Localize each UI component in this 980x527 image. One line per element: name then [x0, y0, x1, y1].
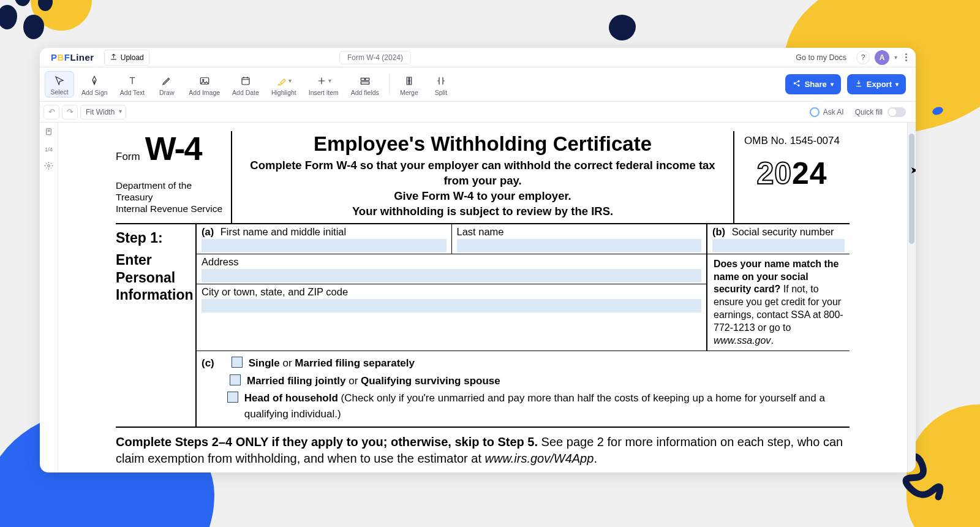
- tool-split[interactable]: Split: [426, 71, 456, 97]
- city-label: City or town, state, and ZIP code: [202, 286, 348, 297]
- bg-splotch-top-center: [606, 11, 641, 45]
- ask-ai-label: Ask AI: [823, 108, 844, 116]
- highlighter-icon: ▾: [276, 74, 292, 88]
- redo-button[interactable]: ↷: [62, 105, 78, 119]
- undo-button[interactable]: ↶: [43, 105, 59, 119]
- checkbox-single[interactable]: [232, 357, 243, 368]
- a-tag: (a): [202, 226, 214, 237]
- plus-icon: ▾: [316, 74, 331, 88]
- tool-draw[interactable]: Draw: [152, 71, 181, 97]
- tool-select[interactable]: Select: [45, 71, 74, 97]
- tool-add-fields[interactable]: Add fields: [346, 71, 384, 97]
- filing-status-block: (c) Single or Married filing separately …: [197, 351, 850, 426]
- more-menu-button[interactable]: [902, 51, 911, 64]
- dept-line-1: Department of the Treasury: [116, 180, 227, 203]
- mouse-cursor-icon: ➤: [910, 164, 916, 176]
- note-bold: Complete Steps 2–4 ONLY if they apply to…: [116, 435, 538, 449]
- share-button[interactable]: Share ▾: [785, 74, 841, 94]
- checkbox-head-household[interactable]: [227, 392, 238, 403]
- tool-merge[interactable]: Merge: [394, 71, 424, 97]
- svg-point-10: [48, 165, 50, 167]
- quick-fill-toggle[interactable]: [888, 107, 906, 117]
- editor-body: 1/4 Form W-4 Department of the Treasury …: [40, 123, 916, 472]
- app-logo: PBFLiner: [45, 52, 100, 63]
- tool-add-text[interactable]: Add Text: [115, 71, 150, 97]
- export-button[interactable]: Export ▾: [847, 74, 906, 94]
- filing-row-3: Head of household (Check only if you're …: [202, 390, 845, 423]
- note-link: www.irs.gov/W4App: [485, 452, 594, 465]
- tool-add-sign[interactable]: Add Sign: [77, 71, 113, 97]
- city-cell: City or town, state, and ZIP code: [197, 284, 706, 314]
- step1-row: Step 1: Enter Personal Information (a) F…: [116, 224, 850, 428]
- match-bold: Does your name match the name on your so…: [714, 259, 839, 295]
- form-code: W-4: [145, 134, 202, 164]
- step1-num: Step 1:: [116, 229, 192, 248]
- year-outline: 20: [756, 156, 792, 191]
- city-input[interactable]: [202, 299, 701, 313]
- toolbar-group-doc: Merge Split: [393, 67, 457, 101]
- vertical-scrollbar[interactable]: ➤: [907, 123, 916, 472]
- b-tag: (b): [712, 226, 725, 237]
- ssn-label: Social security number: [732, 226, 834, 237]
- header-right: OMB No. 1545-0074 2024: [733, 131, 850, 223]
- scroll-thumb[interactable]: [909, 134, 914, 244]
- avatar[interactable]: A: [875, 50, 889, 65]
- tool-highlight[interactable]: ▾ Highlight: [266, 71, 301, 97]
- viewbar-right: Ask AI Quick fill: [810, 107, 912, 117]
- steps-2-4-note: Complete Steps 2–4 ONLY if they apply to…: [116, 428, 850, 472]
- filing-1-text: Single or Married filing separately: [249, 355, 415, 371]
- viewbar: ↶ ↷ Fit Width Ask AI Quick fill: [40, 102, 916, 123]
- app-window: PBFLiner Upload Form W-4 (2024) Go to my…: [40, 48, 916, 472]
- svg-rect-5: [361, 82, 369, 84]
- form-header: Form W-4 Department of the Treasury Inte…: [116, 131, 850, 224]
- ask-ai-button[interactable]: Ask AI: [810, 107, 844, 117]
- page-thumb-icon[interactable]: [44, 127, 53, 138]
- split-icon: [435, 74, 447, 88]
- address-input[interactable]: [202, 269, 701, 282]
- tool-insert-item[interactable]: ▾ Insert item: [304, 71, 344, 97]
- toolbar-group-edit: Select Add Sign Add Text Draw Add Image …: [43, 67, 385, 101]
- toolbar-right: Share ▾ Export ▾: [785, 67, 912, 101]
- first-name-input[interactable]: [202, 239, 447, 252]
- share-label: Share: [805, 80, 827, 89]
- help-button[interactable]: ?: [856, 51, 870, 64]
- ssn-input[interactable]: [712, 239, 845, 252]
- avatar-menu-chevron-icon[interactable]: ▾: [894, 54, 897, 61]
- last-name-input[interactable]: [457, 239, 702, 252]
- first-name-label: First name and middle initial: [221, 226, 346, 237]
- name-match-note: Does your name match the name on your so…: [707, 254, 850, 351]
- tool-add-date[interactable]: Add Date: [227, 71, 264, 97]
- match-dot: .: [771, 335, 773, 346]
- tool-highlight-label: Highlight: [271, 89, 296, 96]
- header-sub-1: Complete Form W-4 so that your employer …: [238, 158, 727, 189]
- download-icon: [854, 79, 863, 89]
- year-solid: 24: [792, 156, 827, 191]
- tool-date-label: Add Date: [232, 89, 259, 96]
- fields-icon: [360, 74, 371, 88]
- zoom-select[interactable]: Fit Width: [80, 105, 126, 119]
- goto-docs-button[interactable]: Go to my Docs: [791, 51, 851, 64]
- svg-point-1: [202, 79, 203, 80]
- settings-icon[interactable]: [44, 161, 53, 172]
- filing-row-2: Married filing jointly or Qualifying sur…: [202, 373, 845, 389]
- filing-3-text: Head of household (Check only if you're …: [244, 390, 845, 423]
- document-canvas[interactable]: Form W-4 Department of the Treasury Inte…: [58, 123, 907, 472]
- pencil-icon: [161, 74, 172, 88]
- tool-add-image[interactable]: Add Image: [184, 71, 225, 97]
- tool-insert-label: Insert item: [309, 89, 339, 96]
- topbar: PBFLiner Upload Form W-4 (2024) Go to my…: [40, 48, 916, 67]
- tool-select-label: Select: [50, 88, 68, 96]
- upload-icon: [110, 53, 118, 63]
- export-label: Export: [867, 80, 892, 89]
- topbar-right: Go to my Docs ? A ▾: [791, 50, 911, 65]
- filing-2-text: Married filing jointly or Qualifying sur…: [247, 373, 500, 389]
- quick-fill-group: Quick fill: [855, 107, 906, 117]
- checkbox-married-joint[interactable]: [230, 374, 241, 385]
- upload-button[interactable]: Upload: [104, 50, 149, 66]
- svg-rect-4: [366, 78, 369, 80]
- document-title-pill[interactable]: Form W-4 (2024): [339, 51, 411, 64]
- merge-icon: [404, 74, 415, 88]
- cursor-icon: [54, 74, 65, 87]
- omb-number: OMB No. 1545-0074: [738, 135, 846, 147]
- dept-line-2: Internal Revenue Service: [116, 203, 227, 214]
